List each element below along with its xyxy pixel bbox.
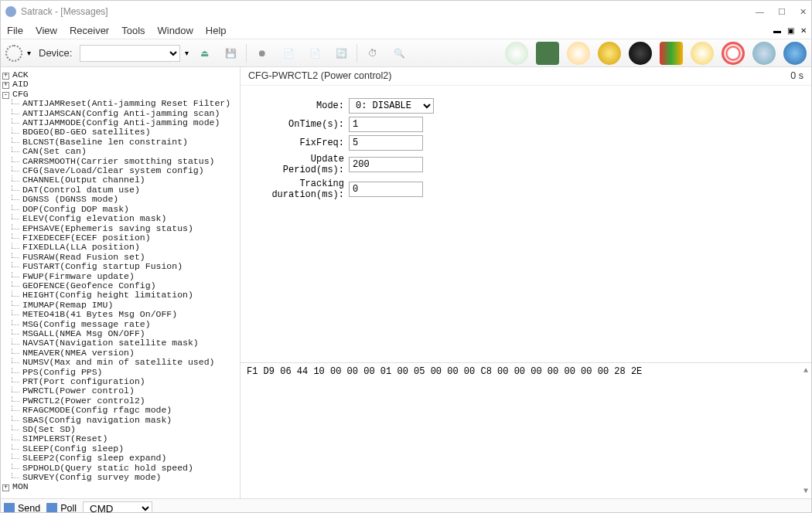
- content-panel: CFG-PWRCTL2 (Power control2) 0 s Mode: 0…: [241, 67, 811, 498]
- send-button[interactable]: Send: [4, 503, 40, 514]
- tree-item[interactable]: SLEEP2(Config sleep expand): [2, 454, 238, 463]
- doc2-icon[interactable]: 📄: [304, 42, 326, 64]
- menu-receiver[interactable]: Receiver: [70, 25, 109, 36]
- record-icon[interactable]: ⏺: [251, 42, 273, 64]
- tree-item[interactable]: NAVSAT(Navigation satellite mask): [2, 338, 238, 348]
- device-label: Device:: [39, 47, 72, 59]
- close-button[interactable]: ✕: [800, 7, 807, 17]
- globe-icon[interactable]: [783, 42, 807, 65]
- toolbar: ▾ Device: ▾ ⏏ 💾 ⏺ 📄 📄 🔄 ⏱ 🔍: [1, 39, 811, 67]
- hex-text: F1 D9 06 44 10 00 00 00 01 00 05 00 00 0…: [247, 366, 805, 377]
- tracking-label: Tracking duration(ms):: [248, 178, 349, 200]
- tree-item[interactable]: FIXEDLLA(LLA position): [2, 243, 238, 252]
- mdi-close-button[interactable]: ✕: [800, 26, 807, 35]
- tree-item[interactable]: FUSTART(Config startup Fusion): [2, 262, 238, 271]
- stopwatch-icon[interactable]: ⏱: [362, 42, 384, 64]
- tree-item[interactable]: CAN(Set can): [2, 147, 238, 156]
- tree-item[interactable]: ANTIJAMReset(Anti-jamming Reset Filter): [2, 99, 238, 108]
- compass-icon[interactable]: [505, 42, 528, 65]
- update-input[interactable]: [349, 157, 423, 172]
- menu-window[interactable]: Window: [158, 25, 193, 36]
- zoom-icon[interactable]: 🔍: [388, 42, 410, 64]
- ontime-label: OnTime(s):: [248, 119, 349, 130]
- cmd-select[interactable]: CMD: [83, 501, 152, 514]
- poll-icon: [46, 503, 57, 514]
- tree-item[interactable]: PWRCTL(Power control): [2, 386, 238, 396]
- mdi-restore-button[interactable]: ▣: [787, 26, 794, 35]
- titlebar: Satrack - [Messages] — ☐ ✕: [1, 1, 811, 22]
- tree-root-item[interactable]: +AID: [2, 80, 238, 89]
- menu-help[interactable]: Help: [206, 25, 227, 36]
- form-area: Mode: 0: DISABLE OnTime(s): FixFreq: Upd…: [241, 86, 811, 216]
- tree-item[interactable]: ELEV(Config elevation mask): [2, 214, 238, 223]
- tree-item[interactable]: SURVEY(Config survey mode): [2, 473, 238, 482]
- statusbar: Send Poll CMD: [1, 498, 811, 513]
- tree-item[interactable]: BDGEO(BD-GEO satellites): [2, 127, 238, 137]
- monitor-icon[interactable]: [536, 42, 559, 65]
- tree-item[interactable]: DGNSS (DGNSS mode): [2, 195, 238, 204]
- menu-tools[interactable]: Tools: [121, 25, 145, 36]
- pin-icon[interactable]: [691, 42, 714, 65]
- mode-select[interactable]: 0: DISABLE: [349, 98, 434, 114]
- maximize-button[interactable]: ☐: [778, 7, 786, 17]
- scroll-up-icon[interactable]: ▲: [803, 366, 808, 375]
- eject-icon[interactable]: ⏏: [193, 42, 215, 64]
- tree-item[interactable]: METEO41B(41 Bytes Msg On/OFF): [2, 310, 238, 319]
- antenna-icon[interactable]: [567, 42, 590, 65]
- doc1-icon[interactable]: 📄: [278, 42, 299, 64]
- fixfreq-label: FixFreq:: [248, 138, 349, 148]
- device-select[interactable]: [80, 45, 180, 62]
- menubar: File View Receiver Tools Window Help ▬ ▣…: [1, 22, 811, 39]
- hex-panel: F1 D9 06 44 10 00 00 00 01 00 05 00 00 0…: [241, 362, 811, 498]
- tree-item[interactable]: NUMSV(Max and min of satellite used): [2, 358, 238, 367]
- update-label: Update Period(ms):: [248, 154, 349, 175]
- content-timer: 0 s: [790, 70, 803, 82]
- bars-icon[interactable]: [660, 42, 683, 65]
- app-icon: [5, 6, 16, 17]
- cloud-icon[interactable]: [752, 42, 776, 65]
- tree-root-item[interactable]: +ACK: [2, 70, 238, 80]
- star-icon[interactable]: [598, 42, 621, 65]
- scroll-down-icon[interactable]: ▼: [803, 487, 808, 495]
- tree-root-item[interactable]: +MON: [2, 482, 238, 491]
- send-icon: [4, 503, 15, 514]
- gear-icon[interactable]: [5, 45, 22, 62]
- window-title: Satrack - [Messages]: [21, 6, 756, 17]
- ontime-input[interactable]: [349, 117, 423, 132]
- content-title: CFG-PWRCTL2 (Power control2): [248, 70, 391, 82]
- life-ring-icon[interactable]: [722, 42, 745, 65]
- tree-item[interactable]: CHANNEL(Output channel): [2, 175, 238, 185]
- gauge-icon[interactable]: [629, 42, 652, 65]
- refresh-icon[interactable]: 🔄: [330, 42, 352, 64]
- tree-item[interactable]: HEIGHT(Config height limitation): [2, 290, 238, 300]
- minimize-button[interactable]: —: [756, 7, 764, 17]
- tracking-input[interactable]: [349, 182, 423, 197]
- tree-item[interactable]: RFAGCMODE(Config rfagc mode): [2, 406, 238, 415]
- poll-button[interactable]: Poll: [46, 503, 77, 514]
- mdi-minimize-button[interactable]: ▬: [773, 26, 781, 35]
- save-icon[interactable]: 💾: [220, 42, 241, 64]
- menu-view[interactable]: View: [36, 25, 57, 36]
- fixfreq-input[interactable]: [349, 135, 423, 151]
- tree-item[interactable]: SIMPLERST(Reset): [2, 434, 238, 443]
- mode-label: Mode:: [248, 100, 349, 111]
- tree-panel[interactable]: +ACK+AID-CFGANTIJAMReset(Anti-jamming Re…: [1, 67, 241, 498]
- menu-file[interactable]: File: [7, 25, 23, 36]
